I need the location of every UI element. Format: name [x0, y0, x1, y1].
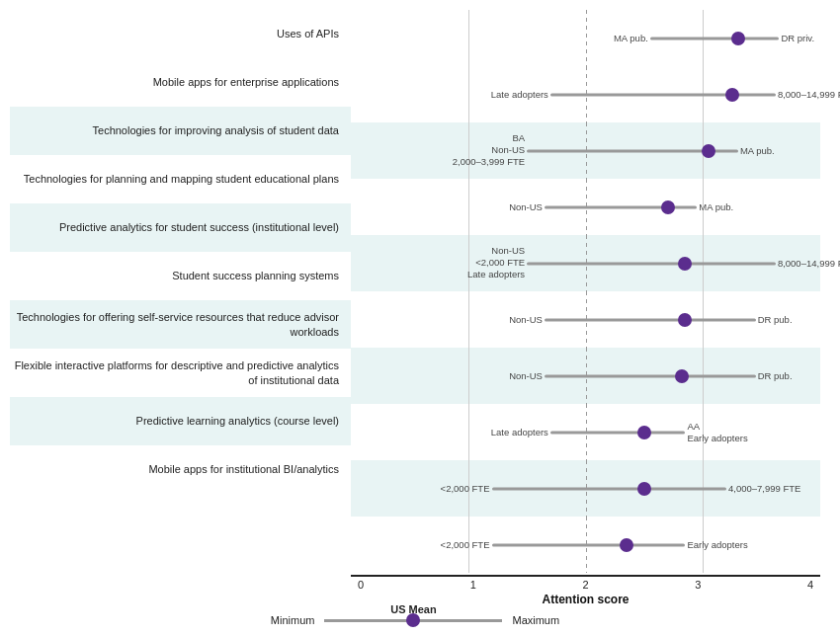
row-label-mobile-apps-bi: Mobile apps for institutional BI/analyti… — [10, 445, 351, 494]
grid-line-1-row-6 — [468, 348, 469, 404]
label-left-tech-self-service: Non-US — [509, 369, 543, 381]
label-left-flexible-platforms: Late adopters — [491, 426, 548, 437]
grid-line-2-row-0 — [586, 10, 587, 66]
label-left-mobile-apps-enterprise: Late adopters — [491, 88, 548, 100]
dumbbell-line-flexible-platforms — [550, 431, 686, 434]
dumbbell-line-uses-of-apis — [650, 37, 780, 40]
legend-max-label: Maximum — [512, 614, 559, 626]
legend-area: Minimum US Mean Maximum — [10, 614, 820, 626]
axis-tick-0: 0 — [351, 579, 371, 591]
axis-ticks-col: 01234 Attention score — [351, 575, 820, 606]
row-label-predictive-learning-analytics: Predictive learning analytics (course le… — [10, 397, 351, 445]
label-right-predictive-learning-analytics: 4,000–7,999 FTE — [728, 482, 800, 494]
labels-col: Uses of APIsMobile apps for enterprise a… — [10, 10, 351, 573]
chart-row-flexible-platforms: Late adoptersAAEarly adopters — [351, 404, 820, 460]
dumbbell-dot-tech-analysis-student-data — [702, 144, 715, 158]
chart-row-uses-of-apis: MA pub.DR priv. — [351, 10, 820, 66]
label-right-flexible-platforms: AAEarly adopters — [687, 420, 747, 444]
chart-row-tech-self-service: Non-USDR pub. — [351, 348, 820, 404]
grid-line-1-row-1 — [468, 66, 469, 122]
dumbbell-dot-uses-of-apis — [731, 32, 745, 45]
label-right-mobile-apps-enterprise: 8,000–14,999 FTE — [778, 88, 840, 100]
row-label-uses-of-apis: Uses of APIs — [10, 10, 351, 58]
grid-line-1-row-0 — [468, 10, 469, 66]
rows-area: Uses of APIsMobile apps for enterprise a… — [10, 10, 820, 573]
label-right-student-success-planning: DR pub. — [758, 313, 793, 325]
chart-row-student-success-planning: Non-USDR pub. — [351, 291, 820, 348]
label-left-uses-of-apis: MA pub. — [614, 32, 648, 43]
dumbbell-dot-tech-planning-mapping — [661, 200, 675, 214]
dumbbell-dot-tech-self-service — [675, 369, 689, 383]
grid-line-1-row-3 — [468, 179, 469, 235]
label-left-mobile-apps-bi: <2,000 FTE — [441, 538, 490, 550]
axis-tick-1: 1 — [463, 579, 483, 591]
axis-tick-2: 2 — [576, 579, 596, 591]
dumbbell-line-tech-self-service — [545, 374, 756, 377]
chart-row-predictive-learning-analytics: <2,000 FTE4,000–7,999 FTE — [351, 460, 820, 517]
axis-area: 01234 Attention score — [10, 575, 820, 606]
row-label-tech-self-service: Technologies for offering self-service r… — [10, 300, 351, 349]
dumbbell-dot-predictive-learning-analytics — [637, 482, 651, 496]
dumbbell-dot-mobile-apps-enterprise — [725, 88, 739, 102]
axis-ticks: 01234 — [351, 577, 820, 591]
label-left-student-success-planning: Non-US — [509, 313, 543, 325]
row-label-mobile-apps-enterprise: Mobile apps for enterprise applications — [10, 58, 351, 107]
row-label-flexible-platforms: Flexible interactive platforms for descr… — [10, 349, 351, 397]
row-label-tech-planning-mapping: Technologies for planning and mapping st… — [10, 155, 351, 203]
chart-row-tech-analysis-student-data: BANon-US2,000–3,999 FTEMA pub. — [351, 122, 820, 179]
legend-dot — [406, 613, 420, 627]
dumbbell-dot-flexible-platforms — [637, 426, 651, 439]
grid-line-1-row-7 — [468, 404, 469, 460]
label-left-predictive-analytics-student: Non-US<2,000 FTELate adopters — [467, 245, 525, 281]
label-right-tech-planning-mapping: MA pub. — [699, 200, 733, 212]
legend-line-container: US Mean — [324, 619, 502, 622]
dumbbell-line-predictive-analytics-student — [527, 262, 776, 265]
label-right-uses-of-apis: DR priv. — [781, 32, 814, 43]
label-left-predictive-learning-analytics: <2,000 FTE — [441, 482, 490, 494]
dumbbell-dot-mobile-apps-bi — [620, 538, 633, 552]
dumbbell-line-mobile-apps-bi — [492, 543, 686, 546]
row-label-tech-analysis-student-data: Technologies for improving analysis of s… — [10, 107, 351, 155]
dumbbell-dot-student-success-planning — [678, 313, 692, 327]
dumbbell-line-student-success-planning — [545, 318, 756, 321]
chart-row-tech-planning-mapping: Non-USMA pub. — [351, 179, 820, 235]
label-right-tech-self-service: DR pub. — [758, 369, 793, 381]
grid-line-1-row-5 — [468, 291, 469, 348]
label-right-tech-analysis-student-data: MA pub. — [740, 144, 775, 156]
axis-tick-4: 4 — [800, 579, 820, 591]
axis-tick-3: 3 — [688, 579, 708, 591]
label-left-tech-planning-mapping: Non-US — [509, 200, 543, 212]
chart-container: Uses of APIsMobile apps for enterprise a… — [0, 0, 840, 636]
chart-row-mobile-apps-enterprise: Late adopters8,000–14,999 FTE — [351, 66, 820, 122]
label-left-tech-analysis-student-data: BANon-US2,000–3,999 FTE — [453, 132, 525, 169]
dumbbell-line-predictive-learning-analytics — [492, 487, 727, 490]
dumbbell-dot-predictive-analytics-student — [678, 257, 692, 271]
plot-area: MA pub.DR priv.Late adopters8,000–14,999… — [351, 10, 820, 573]
chart-row-predictive-analytics-student: Non-US<2,000 FTELate adopters8,000–14,99… — [351, 235, 820, 291]
row-label-predictive-analytics-student: Predictive analytics for student success… — [10, 203, 351, 252]
label-right-mobile-apps-bi: Early adopters — [687, 538, 747, 550]
chart-row-mobile-apps-bi: <2,000 FTEEarly adopters — [351, 517, 820, 573]
legend-min-label: Minimum — [271, 614, 315, 626]
axis-label-spacer — [10, 575, 351, 606]
row-label-student-success-planning: Student success planning systems — [10, 252, 351, 300]
dumbbell-line-mobile-apps-enterprise — [550, 93, 776, 96]
label-right-predictive-analytics-student: 8,000–14,999 FTE — [778, 257, 840, 269]
